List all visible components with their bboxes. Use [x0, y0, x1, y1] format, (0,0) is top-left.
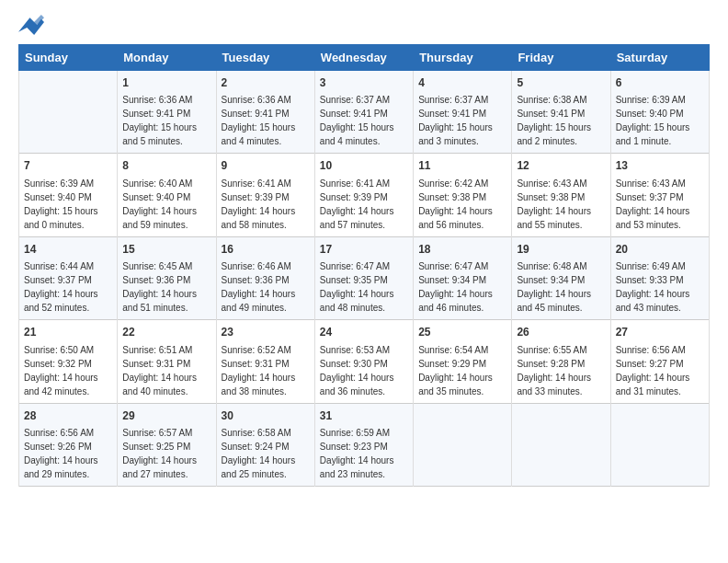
day-content: Sunrise: 6:38 AM Sunset: 9:41 PM Dayligh… — [517, 93, 605, 148]
calendar-cell: 29Sunrise: 6:57 AM Sunset: 9:25 PM Dayli… — [118, 403, 216, 486]
day-content: Sunrise: 6:48 AM Sunset: 9:34 PM Dayligh… — [517, 259, 605, 315]
day-content: Sunrise: 6:59 AM Sunset: 9:23 PM Dayligh… — [320, 426, 408, 481]
day-number: 4 — [418, 75, 506, 91]
day-content: Sunrise: 6:42 AM Sunset: 9:38 PM Dayligh… — [418, 177, 506, 232]
day-number: 12 — [517, 158, 605, 174]
day-content: Sunrise: 6:39 AM Sunset: 9:40 PM Dayligh… — [616, 93, 704, 148]
day-content: Sunrise: 6:44 AM Sunset: 9:37 PM Dayligh… — [24, 259, 112, 315]
week-row-2: 7Sunrise: 6:39 AM Sunset: 9:40 PM Daylig… — [19, 154, 710, 236]
day-number: 11 — [418, 158, 506, 174]
day-content: Sunrise: 6:51 AM Sunset: 9:31 PM Dayligh… — [122, 343, 210, 398]
day-content: Sunrise: 6:56 AM Sunset: 9:26 PM Dayligh… — [24, 426, 112, 481]
day-content: Sunrise: 6:45 AM Sunset: 9:36 PM Dayligh… — [122, 259, 210, 315]
day-content: Sunrise: 6:49 AM Sunset: 9:33 PM Dayligh… — [616, 259, 704, 315]
calendar-cell: 22Sunrise: 6:51 AM Sunset: 9:31 PM Dayli… — [118, 320, 216, 403]
day-content: Sunrise: 6:36 AM Sunset: 9:41 PM Dayligh… — [222, 93, 310, 148]
calendar-cell: 7Sunrise: 6:39 AM Sunset: 9:40 PM Daylig… — [19, 154, 118, 236]
calendar-cell — [610, 403, 709, 486]
calendar-table: SundayMondayTuesdayWednesdayThursdayFrid… — [18, 44, 710, 487]
column-header-wednesday: Wednesday — [314, 45, 413, 71]
calendar-cell — [414, 403, 512, 486]
day-number: 18 — [418, 242, 506, 258]
day-number: 26 — [517, 325, 605, 340]
calendar-cell: 14Sunrise: 6:44 AM Sunset: 9:37 PM Dayli… — [19, 236, 118, 319]
day-number: 1 — [122, 75, 210, 91]
calendar-cell: 23Sunrise: 6:52 AM Sunset: 9:31 PM Dayli… — [216, 320, 314, 403]
calendar-cell: 27Sunrise: 6:56 AM Sunset: 9:27 PM Dayli… — [610, 320, 709, 403]
day-content: Sunrise: 6:36 AM Sunset: 9:41 PM Dayligh… — [122, 93, 210, 148]
calendar-cell — [19, 71, 118, 154]
day-number: 31 — [320, 408, 408, 424]
day-number: 29 — [122, 408, 210, 424]
day-number: 9 — [222, 158, 310, 174]
calendar-cell: 5Sunrise: 6:38 AM Sunset: 9:41 PM Daylig… — [512, 71, 610, 154]
calendar-cell: 24Sunrise: 6:53 AM Sunset: 9:30 PM Dayli… — [314, 320, 413, 403]
column-header-monday: Monday — [118, 45, 216, 71]
calendar-cell: 12Sunrise: 6:43 AM Sunset: 9:38 PM Dayli… — [512, 154, 610, 236]
day-number: 2 — [222, 75, 310, 91]
calendar-cell: 28Sunrise: 6:56 AM Sunset: 9:26 PM Dayli… — [19, 403, 118, 486]
day-number: 28 — [24, 408, 112, 424]
day-number: 22 — [122, 325, 210, 340]
week-row-1: 1Sunrise: 6:36 AM Sunset: 9:41 PM Daylig… — [19, 71, 710, 154]
page-header — [18, 15, 710, 35]
day-number: 25 — [418, 325, 506, 340]
calendar-cell: 20Sunrise: 6:49 AM Sunset: 9:33 PM Dayli… — [610, 236, 709, 319]
column-header-sunday: Sunday — [19, 45, 118, 71]
day-content: Sunrise: 6:52 AM Sunset: 9:31 PM Dayligh… — [222, 343, 310, 398]
logo-icon — [18, 15, 44, 35]
day-content: Sunrise: 6:58 AM Sunset: 9:24 PM Dayligh… — [222, 426, 310, 481]
week-row-3: 14Sunrise: 6:44 AM Sunset: 9:37 PM Dayli… — [19, 236, 710, 319]
day-number: 27 — [616, 325, 704, 340]
day-number: 20 — [616, 242, 704, 258]
column-header-friday: Friday — [512, 45, 610, 71]
day-content: Sunrise: 6:43 AM Sunset: 9:37 PM Dayligh… — [616, 177, 704, 232]
day-content: Sunrise: 6:41 AM Sunset: 9:39 PM Dayligh… — [222, 177, 310, 232]
calendar-cell: 10Sunrise: 6:41 AM Sunset: 9:39 PM Dayli… — [314, 154, 413, 236]
calendar-cell: 3Sunrise: 6:37 AM Sunset: 9:41 PM Daylig… — [314, 71, 413, 154]
day-content: Sunrise: 6:50 AM Sunset: 9:32 PM Dayligh… — [24, 343, 112, 398]
day-number: 6 — [616, 75, 704, 91]
day-content: Sunrise: 6:54 AM Sunset: 9:29 PM Dayligh… — [418, 343, 506, 398]
calendar-cell: 30Sunrise: 6:58 AM Sunset: 9:24 PM Dayli… — [216, 403, 314, 486]
day-number: 30 — [222, 408, 310, 424]
column-header-saturday: Saturday — [610, 45, 709, 71]
day-content: Sunrise: 6:47 AM Sunset: 9:34 PM Dayligh… — [418, 259, 506, 315]
day-number: 19 — [517, 242, 605, 258]
day-content: Sunrise: 6:53 AM Sunset: 9:30 PM Dayligh… — [320, 343, 408, 398]
logo — [18, 15, 48, 35]
day-number: 16 — [222, 242, 310, 258]
day-number: 3 — [320, 75, 408, 91]
day-number: 13 — [616, 158, 704, 174]
calendar-cell: 2Sunrise: 6:36 AM Sunset: 9:41 PM Daylig… — [216, 71, 314, 154]
day-number: 14 — [24, 242, 112, 258]
calendar-cell: 8Sunrise: 6:40 AM Sunset: 9:40 PM Daylig… — [118, 154, 216, 236]
day-content: Sunrise: 6:37 AM Sunset: 9:41 PM Dayligh… — [418, 93, 506, 148]
day-number: 17 — [320, 242, 408, 258]
day-content: Sunrise: 6:55 AM Sunset: 9:28 PM Dayligh… — [517, 343, 605, 398]
day-number: 21 — [24, 325, 112, 340]
week-row-5: 28Sunrise: 6:56 AM Sunset: 9:26 PM Dayli… — [19, 403, 710, 486]
calendar-cell: 17Sunrise: 6:47 AM Sunset: 9:35 PM Dayli… — [314, 236, 413, 319]
day-number: 5 — [517, 75, 605, 91]
calendar-cell: 6Sunrise: 6:39 AM Sunset: 9:40 PM Daylig… — [610, 71, 709, 154]
column-header-tuesday: Tuesday — [216, 45, 314, 71]
calendar-cell: 11Sunrise: 6:42 AM Sunset: 9:38 PM Dayli… — [414, 154, 512, 236]
calendar-cell: 26Sunrise: 6:55 AM Sunset: 9:28 PM Dayli… — [512, 320, 610, 403]
calendar-cell: 1Sunrise: 6:36 AM Sunset: 9:41 PM Daylig… — [118, 71, 216, 154]
column-header-thursday: Thursday — [414, 45, 512, 71]
calendar-cell: 13Sunrise: 6:43 AM Sunset: 9:37 PM Dayli… — [610, 154, 709, 236]
day-number: 23 — [222, 325, 310, 340]
calendar-cell: 9Sunrise: 6:41 AM Sunset: 9:39 PM Daylig… — [216, 154, 314, 236]
day-content: Sunrise: 6:43 AM Sunset: 9:38 PM Dayligh… — [517, 177, 605, 232]
header-row: SundayMondayTuesdayWednesdayThursdayFrid… — [19, 45, 710, 71]
calendar-cell: 18Sunrise: 6:47 AM Sunset: 9:34 PM Dayli… — [414, 236, 512, 319]
calendar-cell: 15Sunrise: 6:45 AM Sunset: 9:36 PM Dayli… — [118, 236, 216, 319]
day-number: 10 — [320, 158, 408, 174]
calendar-cell: 25Sunrise: 6:54 AM Sunset: 9:29 PM Dayli… — [414, 320, 512, 403]
day-content: Sunrise: 6:47 AM Sunset: 9:35 PM Dayligh… — [320, 259, 408, 315]
day-content: Sunrise: 6:40 AM Sunset: 9:40 PM Dayligh… — [122, 177, 210, 232]
calendar-cell: 4Sunrise: 6:37 AM Sunset: 9:41 PM Daylig… — [414, 71, 512, 154]
calendar-cell: 16Sunrise: 6:46 AM Sunset: 9:36 PM Dayli… — [216, 236, 314, 319]
day-content: Sunrise: 6:56 AM Sunset: 9:27 PM Dayligh… — [616, 343, 704, 398]
